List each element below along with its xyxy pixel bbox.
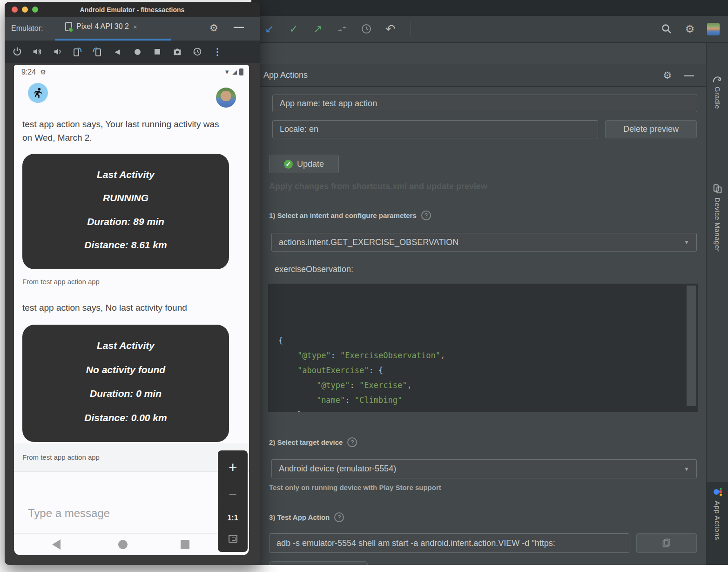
emulator-minimize-icon[interactable]: — (234, 21, 244, 33)
vcs-commit-icon[interactable]: ✓ (288, 23, 300, 35)
app-name-field[interactable]: App name: test app action (272, 95, 697, 112)
more-options-icon[interactable]: ⋮ (211, 46, 223, 58)
activity-card: Last ActivityNo activity foundDuration: … (22, 325, 229, 442)
update-check-icon: ✓ (284, 160, 293, 169)
message-input[interactable]: Type a message (28, 507, 110, 520)
card-text-line: Last Activity (27, 340, 224, 351)
copy-command-button[interactable] (636, 533, 697, 553)
zoom-out-button[interactable]: − (229, 487, 237, 501)
tool-tab-app-actions[interactable]: App Actions (707, 482, 728, 565)
emulator-settings-gear-icon[interactable]: ⚙ (209, 22, 218, 34)
code-line: { (278, 333, 698, 348)
tool-tab-device-manager-label: Device Manager (714, 197, 721, 252)
intent-dropdown[interactable]: actions.intent.GET_EXERCISE_OBSERVATION … (271, 233, 697, 252)
overview-button-icon[interactable] (151, 46, 163, 58)
back-button-icon[interactable]: ◀ (111, 46, 123, 58)
code-line: "aboutExercise": { (278, 363, 698, 378)
panel-minimize-icon[interactable]: — (684, 69, 694, 82)
target-device-dropdown[interactable]: Android device (emulator-5554) ▼ (271, 459, 697, 478)
device-tab-label: Pixel 4 API 30 2 (76, 22, 129, 31)
zoom-fit-button[interactable] (229, 535, 237, 543)
studio-main-toolbar: ↙ ✓ ↗ ↶ ⚙ (251, 16, 728, 43)
vcs-push-icon[interactable]: ↗ (312, 23, 324, 35)
right-tool-window-stripe: Gradle Device Manager App Actions (706, 43, 728, 565)
help-icon[interactable]: ? (421, 211, 431, 220)
history-clock-icon[interactable] (360, 23, 372, 35)
panel-title: App Actions (263, 70, 308, 80)
adb-command-field[interactable]: adb -s emulator-5554 shell am start -a a… (269, 533, 629, 553)
tool-tab-device-manager[interactable]: Device Manager (707, 179, 728, 309)
power-icon[interactable] (11, 46, 23, 58)
settings-gear-icon[interactable]: ⚙ (684, 23, 696, 35)
scrollbar-thumb[interactable] (687, 286, 696, 406)
device-tab[interactable]: Pixel 4 API 30 2 × (65, 22, 137, 31)
tool-tab-app-actions-label: App Actions (714, 501, 721, 540)
nav-back-icon[interactable] (52, 539, 61, 550)
card-text-line: Duration: 0 min (27, 388, 224, 399)
user-profile-avatar[interactable] (707, 23, 720, 35)
code-line: "name": "Climbing" (278, 393, 698, 408)
parameter-label: exerciseObservation: (275, 265, 353, 274)
card-text-line: Duration: 89 min (27, 216, 224, 227)
phone-status-bar: 9:24 ⚙ ▼ ◢ (14, 65, 249, 79)
rotate-right-icon[interactable] (91, 46, 103, 58)
intent-parameter-json-editor[interactable]: { "@type": "ExerciseObservation", "about… (268, 283, 698, 413)
tool-tab-gradle[interactable]: Gradle (707, 70, 728, 177)
activity-card: Last ActivityRUNNINGDuration: 89 minDist… (22, 154, 229, 269)
gradle-elephant-icon (713, 75, 723, 83)
wifi-icon: ▼ (224, 68, 230, 75)
delete-preview-button[interactable]: Delete preview (605, 120, 697, 138)
card-text-line: Distance: 0.00 km (27, 412, 224, 423)
close-tab-icon[interactable]: × (133, 23, 137, 31)
chevron-down-icon: ▼ (684, 239, 689, 245)
divider (14, 501, 249, 501)
intent-selected-value: actions.intent.GET_EXERCISE_OBSERVATION (279, 238, 458, 247)
user-avatar (216, 88, 236, 108)
home-button-icon[interactable] (131, 46, 143, 58)
toolbar-separator (411, 22, 411, 36)
snapshots-icon[interactable] (191, 46, 203, 58)
search-icon[interactable] (661, 23, 673, 35)
rollback-icon[interactable]: ↶ (384, 23, 397, 35)
assistant-bot-avatar (28, 83, 48, 103)
section-1-text: 1) Select an intent and configure parame… (269, 211, 417, 219)
rotate-left-icon[interactable] (71, 46, 83, 58)
card-source-note: From test app action app (22, 278, 100, 286)
emulator-label: Emulator: (11, 24, 43, 33)
volume-up-icon[interactable] (31, 46, 43, 58)
zoom-reset-button[interactable]: 1:1 (227, 514, 238, 522)
card-text-line: No activity found (27, 364, 224, 375)
code-line: }, (278, 408, 698, 413)
section-2-label: 2) Select target device ? (269, 437, 357, 447)
section-3-label: 3) Test App Action ? (269, 512, 344, 522)
code-line: "@type": "Exercise", (278, 378, 698, 393)
update-button[interactable]: ✓ Update (269, 155, 339, 173)
assistant-message: test app action says, Your last running … (22, 117, 222, 144)
phone-device-icon (65, 22, 72, 31)
app-actions-panel-header: App Actions ⚙ — (251, 64, 706, 87)
device-selected-value: Android device (emulator-5554) (279, 464, 396, 474)
section-3-text: 3) Test App Action (269, 513, 330, 521)
run-app-action-button-partial[interactable] (269, 561, 368, 565)
nav-overview-icon[interactable] (181, 540, 189, 549)
help-icon[interactable]: ? (347, 437, 357, 447)
card-text-line: Distance: 8.61 km (27, 239, 224, 251)
update-label: Update (297, 159, 324, 169)
volume-down-icon[interactable] (51, 46, 63, 58)
device-manager-icon (713, 184, 723, 194)
diff-merge-icon[interactable] (336, 23, 348, 35)
phone-screen: 9:24 ⚙ ▼ ◢ test app action says, Your la… (14, 65, 249, 555)
device-hint-text: Test only on running device with Play St… (269, 483, 441, 491)
zoom-in-button[interactable]: + (229, 460, 237, 475)
screenshot-camera-icon[interactable] (171, 46, 183, 58)
locale-field[interactable]: Locale: en (272, 120, 598, 138)
panel-settings-gear-icon[interactable]: ⚙ (663, 70, 672, 81)
emulator-zoom-panel: + − 1:1 (218, 450, 248, 552)
vcs-update-icon[interactable]: ↙ (263, 23, 276, 35)
divider (14, 533, 249, 534)
status-gear-icon: ⚙ (40, 68, 46, 76)
help-icon[interactable]: ? (334, 512, 344, 522)
update-hint-text: Apply changes from shortcuts.xml and upd… (269, 182, 487, 191)
card-text-line: Last Activity (27, 169, 224, 180)
nav-home-icon[interactable] (118, 540, 128, 549)
